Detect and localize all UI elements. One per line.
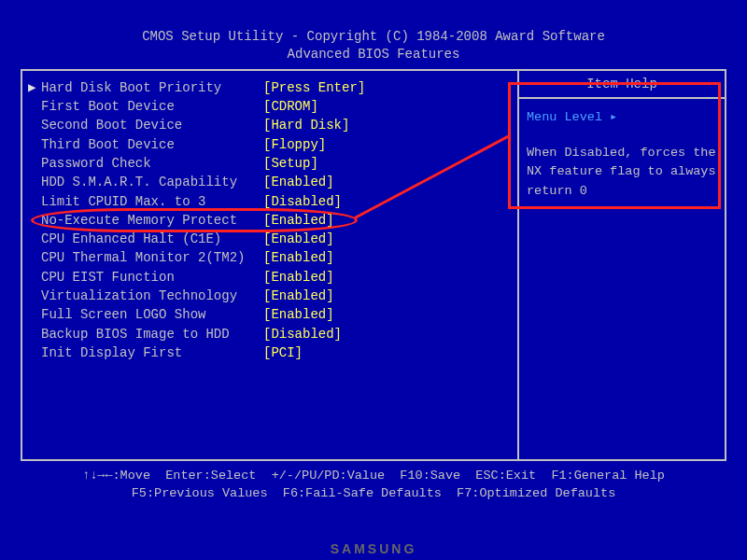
footer-keys-line2: F5:Previous Values F6:Fail-Safe Defaults… [21,484,726,503]
setting-label: Init Display First [41,343,263,362]
bios-header: CMOS Setup Utility - Copyright (C) 1984-… [21,28,726,63]
menu-level-label: Menu Level [527,108,602,127]
bios-title-line2: Advanced BIOS Features [21,46,726,63]
item-help-title: Item Help [519,71,725,99]
setting-value[interactable]: [Enabled] [263,268,334,287]
setting-row[interactable]: CPU Thermal Monitor 2(TM2)[Enabled] [28,248,512,267]
menu-level-arrow-icon: ▸ [610,108,617,127]
item-help-body: Menu Level ▸ When Disabled, forces the N… [519,99,725,210]
setting-value[interactable]: [Disabled] [263,192,342,211]
setting-value[interactable]: [Enabled] [263,287,334,305]
selection-arrow-icon [28,173,41,191]
selection-arrow-icon [28,230,41,248]
setting-row[interactable]: Third Boot Device[Floppy] [28,135,512,154]
setting-row[interactable]: Full Screen LOGO Show[Enabled] [28,305,512,324]
selection-arrow-icon [28,287,41,305]
setting-label: CPU Enhanced Halt (C1E) [41,230,263,248]
setting-label: Second Boot Device [41,116,263,134]
setting-row[interactable]: CPU Enhanced Halt (C1E)[Enabled] [28,230,512,248]
setting-row[interactable]: Limit CPUID Max. to 3[Disabled] [28,192,512,211]
settings-panel: ▶Hard Disk Boot Priority[Press Enter]Fir… [22,71,519,459]
setting-label: Limit CPUID Max. to 3 [41,192,263,211]
selection-arrow-icon [28,154,41,173]
setting-row[interactable]: Password Check[Setup] [28,154,512,173]
selection-arrow-icon [28,248,41,267]
bios-footer: ↑↓→←:Move Enter:Select +/-/PU/PD:Value F… [21,467,726,503]
selection-arrow-icon [28,305,41,324]
selection-arrow-icon [28,325,41,343]
selection-arrow-icon: ▶ [28,78,41,97]
setting-value[interactable]: [Enabled] [263,211,334,230]
setting-value[interactable]: [Disabled] [263,325,342,343]
setting-value[interactable]: [Press Enter] [263,78,365,97]
setting-row[interactable]: First Boot Device[CDROM] [28,97,512,116]
selection-arrow-icon [28,192,41,211]
bios-frame: ▶Hard Disk Boot Priority[Press Enter]Fir… [21,69,726,461]
setting-value[interactable]: [PCI] [263,343,303,362]
setting-value[interactable]: [Setup] [263,154,318,173]
setting-value[interactable]: [Enabled] [263,248,334,267]
setting-row[interactable]: Init Display First[PCI] [28,343,512,362]
setting-value[interactable]: [CDROM] [263,97,318,116]
setting-row[interactable]: CPU EIST Function[Enabled] [28,268,512,287]
setting-label: Password Check [41,154,263,173]
selection-arrow-icon [28,268,41,287]
setting-label: CPU Thermal Monitor 2(TM2) [41,248,263,267]
setting-row[interactable]: Virtualization Technology[Enabled] [28,287,512,305]
setting-label: Third Boot Device [41,135,263,154]
bios-title-line1: CMOS Setup Utility - Copyright (C) 1984-… [21,28,726,46]
selection-arrow-icon [28,97,41,116]
selection-arrow-icon [28,135,41,154]
setting-label: Virtualization Technology [41,287,263,305]
setting-row[interactable]: Second Boot Device[Hard Disk] [28,116,512,134]
selection-arrow-icon [28,343,41,362]
setting-label: CPU EIST Function [41,268,263,287]
setting-label: First Boot Device [41,97,263,116]
selection-arrow-icon [28,116,41,134]
setting-value[interactable]: [Enabled] [263,305,334,324]
setting-label: No-Execute Memory Protect [41,211,263,230]
item-help-text: When Disabled, forces the NX feature fla… [527,144,717,201]
setting-value[interactable]: [Enabled] [263,230,334,248]
setting-row[interactable]: HDD S.M.A.R.T. Capability[Enabled] [28,173,512,191]
item-help-panel: Item Help Menu Level ▸ When Disabled, fo… [519,71,725,459]
setting-label: Full Screen LOGO Show [41,305,263,324]
setting-label: HDD S.M.A.R.T. Capability [41,173,263,191]
setting-value[interactable]: [Hard Disk] [263,116,349,134]
setting-label: Hard Disk Boot Priority [41,78,263,97]
setting-row[interactable]: Backup BIOS Image to HDD[Disabled] [28,325,512,343]
setting-row[interactable]: No-Execute Memory Protect[Enabled] [28,211,512,230]
selection-arrow-icon [28,211,41,230]
footer-keys-line1: ↑↓→←:Move Enter:Select +/-/PU/PD:Value F… [21,467,726,485]
monitor-brand: SAMSUNG [331,541,417,556]
setting-value[interactable]: [Floppy] [263,135,326,154]
menu-level-row: Menu Level ▸ [527,108,717,127]
setting-row[interactable]: ▶Hard Disk Boot Priority[Press Enter] [28,78,512,97]
setting-label: Backup BIOS Image to HDD [41,325,263,343]
setting-value[interactable]: [Enabled] [263,173,334,191]
